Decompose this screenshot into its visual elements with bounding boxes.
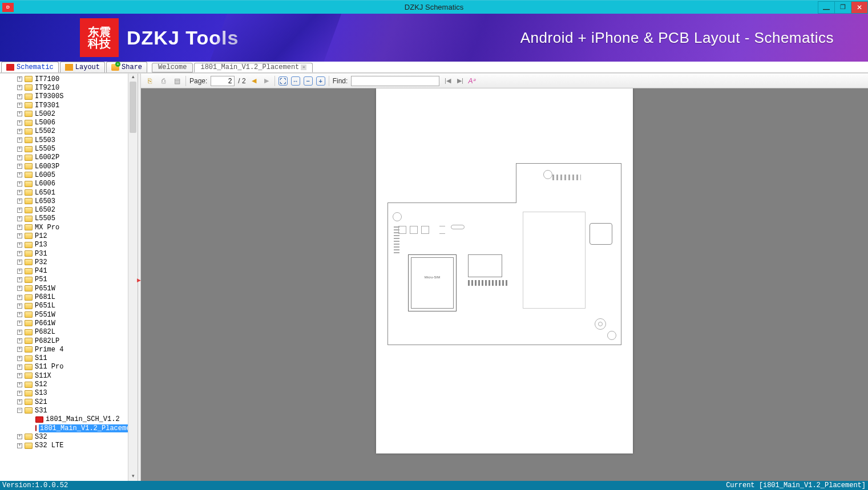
expand-icon[interactable]: + bbox=[17, 216, 22, 221]
expand-icon[interactable]: + bbox=[17, 365, 22, 370]
sidebar-scrollbar[interactable]: ▴ ▾ bbox=[128, 74, 138, 481]
zoom-out-button[interactable]: − bbox=[304, 76, 313, 86]
expand-icon[interactable]: + bbox=[17, 391, 22, 396]
pages-button[interactable] bbox=[172, 76, 182, 86]
minimize-button[interactable] bbox=[818, 1, 835, 14]
expand-icon[interactable]: + bbox=[17, 434, 22, 439]
tree-folder[interactable]: +P681L bbox=[0, 293, 128, 301]
expand-icon[interactable]: + bbox=[17, 251, 22, 256]
text-tool-button[interactable]: Aᵃ bbox=[468, 77, 475, 85]
expand-icon[interactable]: + bbox=[17, 269, 22, 274]
tree-folder[interactable]: +S11X bbox=[0, 371, 128, 380]
tree-folder[interactable]: +S12 bbox=[0, 380, 128, 388]
tree-folder[interactable]: +L5503 bbox=[0, 136, 128, 144]
expand-icon[interactable]: + bbox=[17, 225, 22, 230]
splitter-handle[interactable] bbox=[138, 74, 141, 481]
tree-folder[interactable]: +L5502 bbox=[0, 127, 128, 136]
tree-folder[interactable]: +S11 bbox=[0, 354, 128, 363]
expand-icon[interactable]: + bbox=[17, 155, 22, 160]
tree-folder[interactable]: +IT7100 bbox=[0, 75, 128, 83]
expand-icon[interactable]: + bbox=[17, 356, 22, 361]
tree-folder[interactable]: +L6003P bbox=[0, 162, 128, 171]
tree-folder[interactable]: +P31 bbox=[0, 249, 128, 258]
fit-page-button[interactable]: ⛶ bbox=[278, 76, 288, 86]
maximize-button[interactable] bbox=[834, 1, 851, 14]
tree-folder[interactable]: +IT9301 bbox=[0, 101, 128, 110]
expand-icon[interactable]: + bbox=[17, 303, 22, 309]
print-button[interactable] bbox=[158, 76, 168, 86]
tree-folder[interactable]: +L5002 bbox=[0, 110, 128, 118]
tree-folder[interactable]: +L5006 bbox=[0, 118, 128, 127]
tree-folder[interactable]: +P12 bbox=[0, 232, 128, 240]
expand-icon[interactable]: + bbox=[17, 277, 22, 282]
tree-folder[interactable]: +L6006 bbox=[0, 180, 128, 188]
tree-folder[interactable]: +L6502 bbox=[0, 205, 128, 214]
expand-icon[interactable]: + bbox=[17, 94, 22, 99]
expand-icon[interactable]: + bbox=[17, 147, 22, 152]
tree-folder[interactable]: +P51 bbox=[0, 276, 128, 284]
expand-icon[interactable]: + bbox=[17, 85, 22, 90]
find-prev-button[interactable]: |◀ bbox=[443, 77, 452, 85]
tree-folder[interactable]: +P682L bbox=[0, 328, 128, 337]
expand-icon[interactable]: + bbox=[17, 164, 22, 169]
tree-folder[interactable]: +P651L bbox=[0, 302, 128, 310]
tree-folder[interactable]: +S13 bbox=[0, 389, 128, 398]
tree-folder[interactable]: −S31 bbox=[0, 406, 128, 415]
next-page-button[interactable]: ▶ bbox=[262, 76, 271, 86]
tree-folder[interactable]: +L6503 bbox=[0, 197, 128, 205]
expand-icon[interactable]: + bbox=[17, 242, 22, 248]
page-input[interactable] bbox=[211, 76, 235, 86]
zoom-in-button[interactable]: + bbox=[316, 76, 325, 86]
tab-share[interactable]: Share bbox=[106, 62, 147, 72]
fit-width-button[interactable]: ↔ bbox=[291, 76, 300, 86]
expand-icon[interactable]: + bbox=[17, 312, 22, 317]
expand-icon[interactable]: + bbox=[17, 120, 22, 125]
tree-folder[interactable]: +S32 LTE bbox=[0, 441, 128, 449]
expand-icon[interactable]: + bbox=[17, 330, 22, 335]
expand-icon[interactable]: + bbox=[17, 260, 22, 265]
expand-icon[interactable]: + bbox=[17, 382, 22, 387]
prev-page-button[interactable]: ◀ bbox=[249, 76, 259, 86]
collapse-icon[interactable]: − bbox=[17, 408, 22, 413]
scroll-down-icon[interactable]: ▾ bbox=[128, 473, 138, 481]
close-button[interactable] bbox=[851, 1, 868, 14]
tree-folder[interactable]: +Prime 4 bbox=[0, 345, 128, 354]
tree-folder[interactable]: +S11 Pro bbox=[0, 363, 128, 371]
doctab-welcome[interactable]: Welcome bbox=[152, 63, 193, 72]
tree-folder[interactable]: +P682LP bbox=[0, 337, 128, 345]
doctab-placement[interactable]: i801_Main_V1.2_Placement× bbox=[194, 63, 313, 72]
tree-folder[interactable]: +S32 bbox=[0, 432, 128, 441]
tab-schematic[interactable]: Schematic bbox=[1, 62, 59, 72]
expand-icon[interactable]: + bbox=[17, 199, 22, 204]
expand-icon[interactable]: + bbox=[17, 373, 22, 378]
tree-folder[interactable]: +S21 bbox=[0, 398, 128, 406]
expand-icon[interactable]: + bbox=[17, 111, 22, 116]
expand-icon[interactable]: + bbox=[17, 103, 22, 108]
expand-icon[interactable]: + bbox=[17, 286, 22, 291]
tree-file[interactable]: i801_Main_V1.2_Placement bbox=[0, 424, 128, 432]
expand-icon[interactable]: + bbox=[17, 347, 22, 352]
tree-folder[interactable]: +L5505 bbox=[0, 144, 128, 153]
tree-folder[interactable]: +L6002P bbox=[0, 153, 128, 162]
tree-folder[interactable]: +L6501 bbox=[0, 188, 128, 197]
tab-layout[interactable]: Layout bbox=[60, 62, 105, 72]
tree-folder[interactable]: +P32 bbox=[0, 258, 128, 266]
close-tab-icon[interactable]: × bbox=[301, 64, 306, 70]
expand-icon[interactable]: + bbox=[17, 129, 22, 134]
expand-icon[interactable]: + bbox=[17, 338, 22, 343]
expand-icon[interactable]: + bbox=[17, 443, 22, 448]
expand-icon[interactable]: + bbox=[17, 208, 22, 213]
expand-icon[interactable]: + bbox=[17, 295, 22, 300]
expand-icon[interactable]: + bbox=[17, 76, 22, 82]
tree-folder[interactable]: +P661W bbox=[0, 319, 128, 327]
expand-icon[interactable]: + bbox=[17, 233, 22, 238]
tree-folder[interactable]: +P13 bbox=[0, 241, 128, 249]
expand-icon[interactable]: + bbox=[17, 172, 22, 177]
tree-folder[interactable]: +L5505 bbox=[0, 214, 128, 223]
tree-folder[interactable]: +MX Pro bbox=[0, 223, 128, 232]
expand-icon[interactable]: + bbox=[17, 181, 22, 187]
tree-folder[interactable]: +P551W bbox=[0, 310, 128, 319]
expand-icon[interactable]: + bbox=[17, 321, 22, 326]
tree-file[interactable]: i801_Main_SCH_V1.2 bbox=[0, 415, 128, 424]
tree-folder[interactable]: +IT9300S bbox=[0, 92, 128, 101]
